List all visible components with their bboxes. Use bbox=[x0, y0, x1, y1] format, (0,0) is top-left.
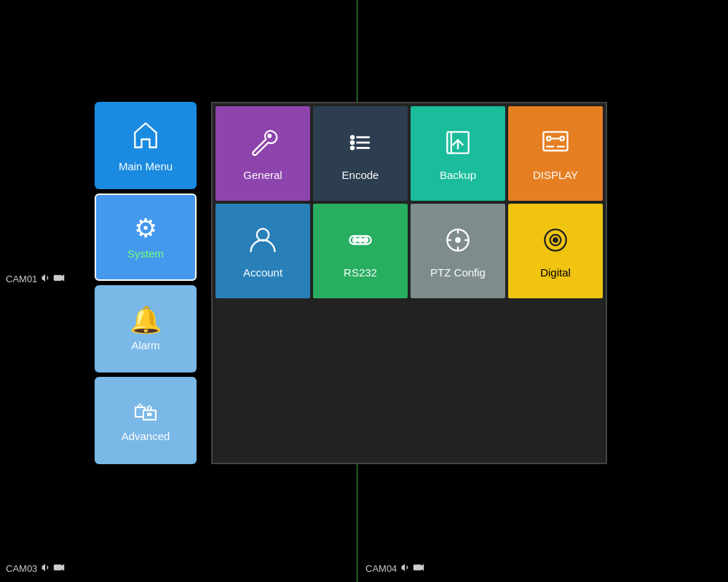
rs232-label: RS232 bbox=[344, 266, 377, 279]
svg-point-10 bbox=[351, 146, 354, 149]
menu-item-backup[interactable]: Backup bbox=[411, 106, 505, 201]
svg-point-8 bbox=[351, 135, 354, 138]
display-icon bbox=[539, 127, 571, 162]
ptz-config-label: PTZ Config bbox=[430, 266, 486, 279]
svg-point-27 bbox=[364, 238, 368, 242]
digital-icon bbox=[539, 224, 571, 259]
bell-icon: 🔔 bbox=[130, 307, 162, 333]
cam03-label: CAM03 bbox=[6, 562, 65, 575]
svg-point-26 bbox=[358, 238, 363, 242]
home-icon bbox=[130, 119, 162, 154]
sidebar-item-main-menu[interactable]: Main Menu bbox=[95, 102, 197, 189]
upload-icon bbox=[442, 127, 474, 162]
menu-grid: General Encode bbox=[211, 102, 607, 464]
svg-point-7 bbox=[268, 135, 271, 137]
bag-icon: 🛍 bbox=[133, 399, 158, 424]
alarm-label: Alarm bbox=[131, 339, 159, 351]
svg-point-36 bbox=[553, 238, 558, 242]
svg-point-29 bbox=[456, 238, 460, 242]
cam04-audio-icon bbox=[400, 562, 410, 575]
display-label: DISPLAY bbox=[533, 169, 578, 181]
account-label: Account bbox=[243, 266, 282, 279]
cam01-label: CAM01 bbox=[6, 273, 65, 285]
list-icon bbox=[344, 127, 376, 162]
svg-rect-2 bbox=[54, 565, 62, 570]
main-menu-label: Main Menu bbox=[119, 160, 173, 172]
advanced-label: Advanced bbox=[122, 430, 170, 442]
svg-point-25 bbox=[353, 238, 357, 242]
svg-marker-3 bbox=[62, 564, 64, 571]
cam03-audio-icon bbox=[40, 562, 50, 575]
rs232-icon bbox=[344, 224, 376, 259]
sidebar-item-advanced[interactable]: 🛍 Advanced bbox=[95, 377, 197, 464]
cam01-audio-icon bbox=[40, 273, 50, 285]
menu-item-general[interactable]: General bbox=[215, 106, 310, 201]
system-label: System bbox=[127, 247, 164, 260]
general-label: General bbox=[243, 169, 282, 181]
cam03-text: CAM03 bbox=[6, 563, 37, 574]
gear-icon-unicode: ⚙ bbox=[134, 215, 157, 242]
user-icon bbox=[247, 224, 279, 259]
menu-item-rs232[interactable]: RS232 bbox=[313, 204, 408, 298]
menu-item-account[interactable]: Account bbox=[215, 204, 310, 298]
svg-rect-0 bbox=[54, 275, 62, 281]
encode-label: Encode bbox=[342, 169, 379, 181]
wrench-icon bbox=[247, 127, 279, 162]
sidebar-item-system[interactable]: ⚙ System bbox=[95, 194, 197, 281]
svg-point-23 bbox=[257, 228, 269, 241]
backup-label: Backup bbox=[440, 169, 476, 181]
svg-point-9 bbox=[351, 141, 354, 144]
svg-rect-17 bbox=[544, 132, 568, 151]
cam01-camera-icon bbox=[53, 273, 65, 285]
svg-marker-5 bbox=[422, 564, 424, 571]
sidebar: Main Menu ⚙ System 🔔 Alarm bbox=[95, 102, 197, 464]
svg-point-19 bbox=[560, 136, 564, 140]
sidebar-item-alarm[interactable]: 🔔 Alarm bbox=[95, 285, 197, 372]
cam04-text: CAM04 bbox=[365, 563, 397, 574]
cam04-camera-icon bbox=[413, 562, 424, 575]
main-content: Main Menu ⚙ System 🔔 Alarm bbox=[95, 102, 607, 464]
menu-item-display[interactable]: DISPLAY bbox=[508, 106, 603, 201]
digital-label: Digital bbox=[540, 266, 571, 279]
cam03-camera-icon bbox=[53, 562, 65, 575]
svg-rect-4 bbox=[414, 565, 422, 570]
ptz-icon bbox=[442, 224, 474, 259]
menu-item-digital[interactable]: Digital bbox=[508, 204, 603, 298]
svg-point-18 bbox=[547, 136, 551, 140]
cam01-text: CAM01 bbox=[6, 274, 37, 284]
cam04-label: CAM04 bbox=[365, 562, 424, 575]
menu-item-ptz-config[interactable]: PTZ Config bbox=[411, 204, 505, 298]
menu-item-encode[interactable]: Encode bbox=[313, 106, 408, 201]
svg-marker-1 bbox=[62, 274, 64, 282]
